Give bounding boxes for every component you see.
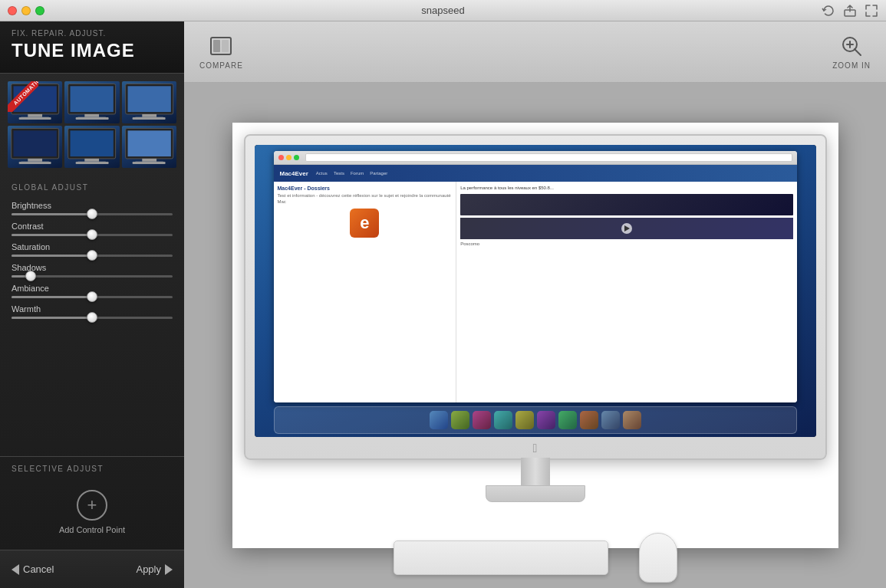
compare-icon bbox=[209, 34, 233, 58]
svg-rect-8 bbox=[77, 117, 107, 120]
brightness-control: Brightness bbox=[12, 201, 173, 215]
tune-image-label: TUNE IMAGE bbox=[12, 40, 173, 61]
site-name: Mac4Ever bbox=[280, 170, 308, 177]
play-triangle-icon bbox=[624, 225, 630, 232]
website-content: Mac4Ever Actus Tests Forum Partager bbox=[274, 165, 797, 402]
brightness-thumb[interactable] bbox=[87, 209, 97, 219]
compare-button[interactable]: COMPARE bbox=[199, 34, 243, 70]
site-text-2: La performance à tous les niveaux en $50… bbox=[460, 186, 792, 192]
thumbnail-4[interactable] bbox=[8, 126, 62, 168]
svg-rect-26 bbox=[213, 40, 220, 52]
arrow-left-icon bbox=[12, 564, 19, 575]
shadows-label: Shadows bbox=[12, 263, 173, 272]
svg-rect-4 bbox=[21, 117, 50, 120]
minimize-button[interactable] bbox=[21, 6, 31, 15]
zoom-in-button[interactable]: ZOOM IN bbox=[832, 34, 871, 70]
dock-icon-6 bbox=[537, 411, 555, 429]
svg-rect-27 bbox=[222, 40, 229, 52]
apple-logo:  bbox=[533, 442, 538, 455]
mouse bbox=[639, 533, 677, 583]
apply-label: Apply bbox=[136, 563, 161, 575]
ambiance-track[interactable] bbox=[12, 296, 173, 298]
photo-frame: Mac4Ever Actus Tests Forum Partager bbox=[232, 123, 838, 548]
saturation-control: Saturation bbox=[12, 242, 173, 257]
apply-button[interactable]: Apply bbox=[136, 563, 173, 575]
add-control-point-button[interactable]: + Add Control Point bbox=[12, 482, 173, 542]
undo-icon[interactable] bbox=[822, 4, 835, 18]
imac-screen-bezel: Mac4Ever Actus Tests Forum Partager bbox=[255, 145, 816, 437]
ambiance-thumb[interactable] bbox=[87, 291, 97, 302]
nav-item-4: Partager bbox=[370, 171, 387, 176]
thumb-imac-icon-3 bbox=[122, 81, 176, 123]
svg-rect-11 bbox=[142, 114, 156, 117]
svg-line-29 bbox=[855, 49, 861, 55]
selective-section: SELECTIVE ADJUST + Add Control Point bbox=[0, 456, 184, 550]
brightness-track[interactable] bbox=[12, 213, 173, 215]
share-icon[interactable] bbox=[843, 4, 857, 18]
dock-icon-10 bbox=[623, 411, 641, 429]
svg-rect-7 bbox=[85, 114, 100, 117]
dock-icon-5 bbox=[515, 411, 534, 429]
svg-rect-24 bbox=[135, 162, 164, 164]
saturation-track[interactable] bbox=[12, 255, 173, 257]
stand-base bbox=[486, 485, 585, 502]
browser-close bbox=[278, 155, 284, 160]
thumbnail-2[interactable] bbox=[64, 81, 119, 123]
warmth-thumb[interactable] bbox=[87, 312, 97, 323]
global-adjust-label: GLOBAL ADJUST bbox=[12, 183, 173, 192]
add-circle-icon: + bbox=[77, 490, 107, 521]
dock-icon-1 bbox=[430, 411, 448, 429]
svg-rect-3 bbox=[28, 114, 42, 117]
warmth-control: Warmth bbox=[12, 304, 173, 319]
sidebar-header: FIX. REPAIR. ADJUST. TUNE IMAGE bbox=[0, 21, 184, 74]
contrast-thumb[interactable] bbox=[87, 229, 97, 240]
thumbnail-6[interactable] bbox=[122, 126, 176, 168]
svg-rect-16 bbox=[21, 162, 50, 164]
auto-badge-wrap: AUTOMATIC bbox=[8, 81, 38, 112]
article-img bbox=[460, 194, 792, 215]
svg-rect-15 bbox=[28, 159, 42, 162]
site-body: Mac4Ever - Dossiers Test et information … bbox=[274, 182, 797, 402]
svg-rect-20 bbox=[77, 162, 107, 164]
imac-mockup: Mac4Ever Actus Tests Forum Partager bbox=[244, 134, 827, 502]
thumbnail-3[interactable] bbox=[122, 81, 176, 123]
imac-screen: Mac4Ever Actus Tests Forum Partager bbox=[255, 145, 816, 437]
add-control-point-label: Add Control Point bbox=[59, 525, 125, 534]
svg-rect-23 bbox=[142, 159, 156, 162]
selective-adjust-label: SELECTIVE ADJUST bbox=[12, 465, 173, 473]
auto-badge: AUTOMATIC bbox=[8, 81, 38, 112]
warmth-track[interactable] bbox=[12, 317, 173, 319]
keyboard bbox=[394, 540, 608, 575]
dock-icon-3 bbox=[473, 411, 491, 429]
fullscreen-icon[interactable] bbox=[865, 4, 878, 18]
thumbnail-5[interactable] bbox=[64, 126, 119, 168]
thumbnails-grid: AUTOMATIC bbox=[0, 74, 184, 176]
stand-neck bbox=[521, 458, 550, 485]
fix-repair-label: FIX. REPAIR. ADJUST. bbox=[12, 29, 173, 38]
content-area: COMPARE ZOOM IN bbox=[184, 21, 886, 588]
shadows-thumb[interactable] bbox=[25, 271, 36, 281]
play-button bbox=[621, 223, 632, 234]
contrast-track[interactable] bbox=[12, 234, 173, 236]
shadows-track[interactable] bbox=[12, 275, 173, 278]
keyboard-mouse-area bbox=[394, 533, 677, 583]
browser-url-bar bbox=[305, 153, 792, 162]
zoom-in-icon bbox=[839, 34, 864, 58]
site-left-col: Mac4Ever - Dossiers Test et information … bbox=[274, 182, 457, 402]
dock-icon-4 bbox=[494, 411, 512, 429]
maximize-button[interactable] bbox=[35, 6, 44, 15]
controls-section: GLOBAL ADJUST Brightness Contrast Sat bbox=[0, 176, 184, 456]
saturation-thumb[interactable] bbox=[87, 250, 97, 261]
ambiance-control: Ambiance bbox=[12, 284, 173, 298]
imac-dock bbox=[274, 406, 797, 434]
close-button[interactable] bbox=[8, 6, 17, 15]
site-header: Mac4Ever Actus Tests Forum Partager bbox=[274, 165, 797, 182]
e-logo: e bbox=[350, 209, 379, 238]
svg-rect-18 bbox=[71, 130, 114, 156]
dock-icon-8 bbox=[580, 411, 598, 429]
site-subtitle: Mac4Ever - Dossiers bbox=[278, 186, 453, 191]
cancel-button[interactable]: Cancel bbox=[12, 563, 54, 575]
thumbnail-1[interactable]: AUTOMATIC bbox=[8, 81, 62, 123]
svg-rect-14 bbox=[14, 130, 57, 156]
contrast-control: Contrast bbox=[12, 222, 173, 236]
